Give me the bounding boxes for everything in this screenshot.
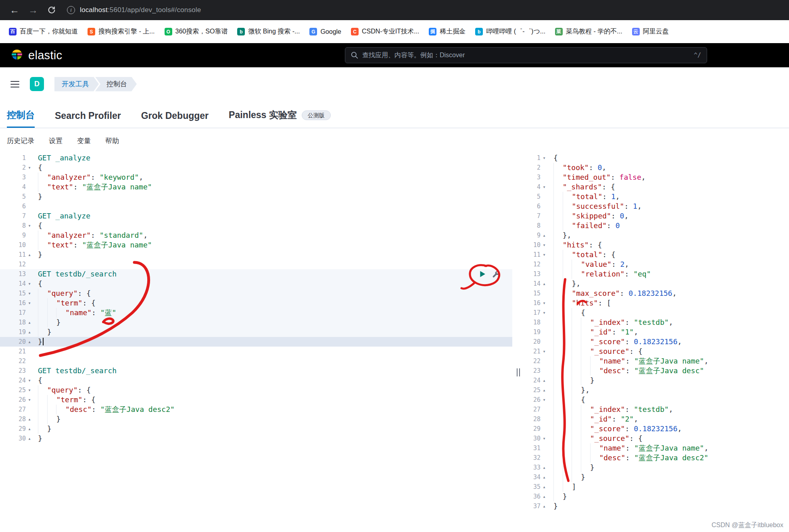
- response-code-line[interactable]: 31 "name": "蓝盒子Java name",: [524, 443, 789, 453]
- fold-toggle-icon[interactable]: ▴: [541, 385, 548, 395]
- response-code-line[interactable]: 9▴ },: [524, 231, 789, 240]
- response-code-line[interactable]: 32 "desc": "蓝盒子Java desc2": [524, 453, 789, 463]
- global-search-input[interactable]: 查找应用、内容等。例如：Discover ^/: [345, 47, 707, 63]
- fold-toggle-icon[interactable]: ▾: [26, 221, 33, 231]
- fold-toggle-icon[interactable]: ▴: [541, 463, 548, 472]
- response-code-line[interactable]: 1▾{: [524, 153, 789, 163]
- response-code-line[interactable]: 10▾ "hits": {: [524, 240, 789, 250]
- resize-handle-icon[interactable]: [517, 368, 520, 376]
- fold-toggle-icon[interactable]: ▴: [541, 376, 548, 385]
- fold-toggle-icon[interactable]: ▾: [26, 395, 33, 405]
- fold-toggle-icon[interactable]: ▴: [26, 434, 33, 443]
- fold-toggle-icon[interactable]: ▾: [541, 240, 548, 250]
- fold-toggle-icon[interactable]: ▾: [541, 153, 548, 163]
- site-info-icon[interactable]: i: [67, 6, 75, 14]
- request-code-line[interactable]: 29▴ }: [0, 424, 512, 434]
- fold-toggle-icon[interactable]: ▾: [541, 182, 548, 192]
- request-code-line[interactable]: 19▴ }: [0, 327, 512, 337]
- fold-toggle-icon[interactable]: ▴: [541, 279, 548, 289]
- fold-toggle-icon[interactable]: ▾: [26, 298, 33, 308]
- response-code-line[interactable]: 26▾ {: [524, 395, 789, 405]
- request-code-line[interactable]: 3 "analyzer": "keyword",: [0, 172, 512, 182]
- response-code-line[interactable]: 28 "_id": "2",: [524, 414, 789, 424]
- fold-toggle-icon[interactable]: ▾: [26, 279, 33, 289]
- bookmark-item[interactable]: 掘稀土掘金: [429, 27, 465, 36]
- response-code-line[interactable]: 37▴}: [524, 501, 789, 511]
- menu-button[interactable]: [10, 81, 19, 87]
- request-code-line[interactable]: 23GET testdb/_search: [0, 366, 512, 376]
- fold-toggle-icon[interactable]: ▴: [541, 501, 548, 511]
- request-code-line[interactable]: 1GET _analyze: [0, 153, 512, 163]
- fold-toggle-icon[interactable]: ▴: [26, 424, 33, 434]
- response-code-line[interactable]: 30▾ "_source": {: [524, 434, 789, 443]
- response-code-line[interactable]: 11▾ "total": {: [524, 250, 789, 260]
- response-code-line[interactable]: 34▴ }: [524, 472, 789, 482]
- response-code-line[interactable]: 4▾ "_shards": {: [524, 182, 789, 192]
- request-code-line[interactable]: 21: [0, 347, 512, 356]
- response-code-line[interactable]: 8 "failed": 0: [524, 221, 789, 231]
- toolbar-button[interactable]: 历史记录: [7, 136, 34, 145]
- refresh-button[interactable]: [44, 2, 60, 18]
- bookmark-item[interactable]: S搜狗搜索引擎 - 上...: [88, 27, 155, 36]
- response-code-line[interactable]: 12 "value": 2,: [524, 260, 789, 269]
- tab-Search Profiler[interactable]: Search Profiler: [55, 110, 121, 128]
- request-code-line[interactable]: 17 "name": "蓝": [0, 308, 512, 318]
- response-code-line[interactable]: 19 "_id": "1",: [524, 327, 789, 337]
- bookmark-item[interactable]: b哔哩哔哩 (゜-゜)つ...: [475, 27, 545, 36]
- request-code-line[interactable]: 14▾{: [0, 279, 512, 289]
- bookmark-item[interactable]: GGoogle: [309, 28, 341, 35]
- request-options-button[interactable]: [492, 270, 500, 278]
- request-code-line[interactable]: 27 "desc": "蓝盒子Java desc2": [0, 405, 512, 414]
- fold-toggle-icon[interactable]: ▾: [541, 347, 548, 356]
- response-code-line[interactable]: 25▴ },: [524, 385, 789, 395]
- fold-toggle-icon[interactable]: ▾: [541, 298, 548, 308]
- tab-Painless 实验室[interactable]: Painless 实验室公测版: [229, 109, 331, 128]
- response-code-line[interactable]: 21▾ "_source": {: [524, 347, 789, 356]
- fold-toggle-icon[interactable]: ▾: [26, 163, 33, 172]
- fold-toggle-icon[interactable]: ▾: [26, 376, 33, 385]
- request-code-line[interactable]: 11▴}: [0, 250, 512, 260]
- response-code-line[interactable]: 36▴ }: [524, 492, 789, 501]
- space-avatar[interactable]: D: [30, 77, 44, 91]
- response-code-line[interactable]: 18 "_index": "testdb",: [524, 318, 789, 327]
- fold-toggle-icon[interactable]: ▴: [26, 414, 33, 424]
- response-code-line[interactable]: 23 "desc": "蓝盒子Java desc": [524, 366, 789, 376]
- response-code-line[interactable]: 24▴ }: [524, 376, 789, 385]
- fold-toggle-icon[interactable]: ▴: [541, 482, 548, 492]
- fold-toggle-icon[interactable]: ▾: [541, 395, 548, 405]
- request-code-line[interactable]: 12: [0, 260, 512, 269]
- response-viewer[interactable]: 1▾{2 "took": 0,3 "timed_out": false,4▾ "…: [524, 153, 789, 532]
- request-code-line[interactable]: 20▴}: [0, 337, 512, 347]
- fold-toggle-icon[interactable]: ▴: [26, 318, 33, 327]
- response-code-line[interactable]: 3 "timed_out": false,: [524, 172, 789, 182]
- request-code-line[interactable]: 5}: [0, 192, 512, 202]
- response-code-line[interactable]: 29 "_score": 0.18232156,: [524, 424, 789, 434]
- fold-toggle-icon[interactable]: ▾: [541, 308, 548, 318]
- request-code-line[interactable]: 10 "text": "蓝盒子Java name": [0, 240, 512, 250]
- fold-toggle-icon[interactable]: ▾: [541, 434, 548, 443]
- toolbar-button[interactable]: 变量: [77, 136, 91, 145]
- response-code-line[interactable]: 20 "_score": 0.18232156,: [524, 337, 789, 347]
- pane-divider[interactable]: [512, 153, 524, 532]
- response-code-line[interactable]: 22 "name": "蓝盒子Java name",: [524, 356, 789, 366]
- request-code-line[interactable]: 28▴ }: [0, 414, 512, 424]
- fold-toggle-icon[interactable]: ▴: [541, 492, 548, 501]
- request-code-line[interactable]: 18▴ }: [0, 318, 512, 327]
- forward-button[interactable]: →: [25, 2, 41, 18]
- request-code-line[interactable]: 13GET testdb/_search: [0, 269, 512, 279]
- fold-toggle-icon[interactable]: ▴: [541, 231, 548, 240]
- request-code-line[interactable]: 2▾{: [0, 163, 512, 172]
- request-code-line[interactable]: 30▴}: [0, 434, 512, 443]
- bookmark-item[interactable]: 云阿里云盘: [632, 27, 669, 36]
- breadcrumb-item[interactable]: 开发工具: [54, 77, 99, 91]
- response-code-line[interactable]: 5 "total": 1,: [524, 192, 789, 202]
- request-code-line[interactable]: 8▾{: [0, 221, 512, 231]
- fold-toggle-icon[interactable]: ▴: [26, 250, 33, 260]
- response-code-line[interactable]: 2 "took": 0,: [524, 163, 789, 172]
- request-code-line[interactable]: 6: [0, 202, 512, 211]
- request-code-line[interactable]: 25▾ "query": {: [0, 385, 512, 395]
- response-code-line[interactable]: 13 "relation": "eq": [524, 269, 789, 279]
- toolbar-button[interactable]: 帮助: [105, 136, 119, 145]
- request-code-line[interactable]: 4 "text": "蓝盒子Java name": [0, 182, 512, 192]
- toolbar-button[interactable]: 设置: [49, 136, 63, 145]
